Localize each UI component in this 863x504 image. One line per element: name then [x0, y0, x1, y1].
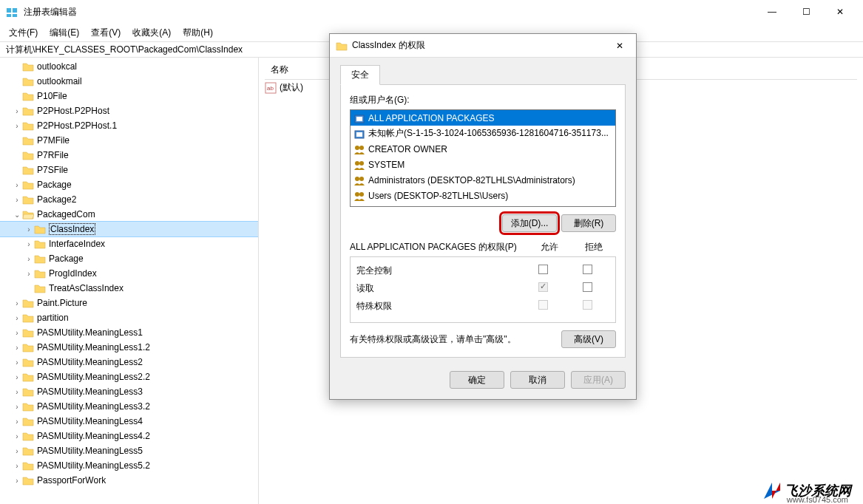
- user-row[interactable]: ALL APPLICATION PACKAGES: [351, 110, 615, 126]
- tree-item-label: P2PHost.P2PHost.1: [37, 120, 117, 131]
- tree-item-passportforwork[interactable]: ›PassportForWork: [0, 473, 258, 488]
- tree-item-progidindex[interactable]: ›ProgIdIndex: [0, 266, 258, 281]
- expand-icon[interactable]: [12, 150, 22, 160]
- expand-icon[interactable]: ›: [12, 475, 22, 486]
- user-row[interactable]: SYSTEM: [351, 157, 615, 172]
- user-row[interactable]: Users (DESKTOP-82TLHLS\Users): [351, 188, 615, 203]
- expand-icon[interactable]: ›: [12, 372, 22, 382]
- expand-icon[interactable]: ›: [12, 357, 22, 367]
- tree-item-package[interactable]: ›Package: [0, 251, 258, 266]
- cancel-button[interactable]: 取消: [510, 371, 565, 389]
- dialog-close-button[interactable]: ✕: [609, 35, 630, 56]
- tree-item-pasmutility-meaningless3-2[interactable]: ›PASMUtility.MeaningLess3.2: [0, 399, 258, 414]
- tree-item-pasmutility-meaningless5[interactable]: ›PASMUtility.MeaningLess5: [0, 443, 258, 458]
- tree-item-pasmutility-meaningless2[interactable]: ›PASMUtility.MeaningLess2: [0, 355, 258, 370]
- perm-allow-checkbox: [538, 300, 548, 310]
- tree-item-label: Package2: [37, 194, 76, 205]
- expand-icon[interactable]: ›: [24, 253, 34, 264]
- user-row[interactable]: 未知帐户(S-1-15-3-1024-1065365936-1281604716…: [351, 126, 615, 141]
- expand-icon[interactable]: ›: [12, 327, 22, 338]
- tree-item-label: P7RFile: [37, 150, 69, 160]
- expand-icon[interactable]: ›: [12, 180, 22, 190]
- expand-icon[interactable]: [12, 165, 22, 175]
- tree-item-label: PASMUtility.MeaningLess5: [37, 446, 143, 456]
- tree-item-pasmutility-meaningless5-2[interactable]: ›PASMUtility.MeaningLess5.2: [0, 458, 258, 473]
- perm-allow-checkbox[interactable]: [538, 265, 548, 274]
- expand-icon[interactable]: ›: [12, 416, 22, 426]
- tree-item-pasmutility-meaningless4[interactable]: ›PASMUtility.MeaningLess4: [0, 414, 258, 429]
- expand-icon[interactable]: ›: [12, 431, 22, 441]
- menu-file[interactable]: 文件(F): [3, 25, 44, 41]
- tree-item-p2phost-p2phost-1[interactable]: ›P2PHost.P2PHost.1: [0, 118, 258, 133]
- folder-icon: [336, 41, 348, 51]
- expand-icon[interactable]: ›: [12, 460, 22, 471]
- col-name[interactable]: 名称: [265, 61, 294, 79]
- dialog-title-bar[interactable]: ClassIndex 的权限 ✕: [330, 34, 636, 58]
- tree-item-pasmutility-meaningless4-2[interactable]: ›PASMUtility.MeaningLess4.2: [0, 429, 258, 443]
- menu-view[interactable]: 查看(V): [85, 25, 126, 41]
- tree-item-package2[interactable]: ›Package2: [0, 192, 258, 207]
- ok-button[interactable]: 确定: [450, 371, 504, 389]
- expand-icon[interactable]: ›: [12, 401, 22, 412]
- expand-icon[interactable]: ›: [24, 224, 34, 234]
- tree-item-outlookmail[interactable]: outlookmail: [0, 74, 258, 89]
- users-listbox[interactable]: ALL APPLICATION PACKAGES未知帐户(S-1-15-3-10…: [350, 109, 616, 207]
- tree-item-packagedcom[interactable]: ⌄PackagedCom: [0, 207, 258, 222]
- tree-item-label: TreatAsClassIndex: [49, 283, 123, 293]
- expand-icon[interactable]: [12, 135, 22, 146]
- tree-item-pasmutility-meaningless1-2[interactable]: ›PASMUtility.MeaningLess1.2: [0, 340, 258, 355]
- tree-item-pasmutility-meaningless3[interactable]: ›PASMUtility.MeaningLess3: [0, 384, 258, 399]
- expand-icon[interactable]: [12, 76, 22, 86]
- menu-edit[interactable]: 编辑(E): [44, 25, 85, 41]
- tab-security[interactable]: 安全: [340, 65, 380, 85]
- advanced-button[interactable]: 高级(V): [561, 330, 616, 348]
- menu-favorites[interactable]: 收藏夹(A): [126, 25, 177, 41]
- remove-button[interactable]: 删除(R): [561, 214, 616, 232]
- tree-item-pasmutility-meaningless2-2[interactable]: ›PASMUtility.MeaningLess2.2: [0, 370, 258, 384]
- expand-icon[interactable]: ›: [12, 386, 22, 397]
- expand-icon[interactable]: [12, 61, 22, 72]
- user-row[interactable]: Administrators (DESKTOP-82TLHLS\Administ…: [351, 172, 615, 188]
- tree-item-package[interactable]: ›Package: [0, 177, 258, 192]
- tree-item-interfaceindex[interactable]: ›InterfaceIndex: [0, 236, 258, 251]
- expand-icon[interactable]: ›: [12, 194, 22, 205]
- tree-item-p7rfile[interactable]: P7RFile: [0, 148, 258, 163]
- folder-icon: [22, 401, 34, 412]
- tree-pane[interactable]: outlookcaloutlookmailP10File›P2PHost.P2P…: [0, 58, 259, 504]
- expand-icon[interactable]: ⌄: [12, 209, 22, 219]
- perm-deny-checkbox[interactable]: [583, 282, 592, 292]
- perm-deny-checkbox[interactable]: [583, 265, 592, 274]
- menu-help[interactable]: 帮助(H): [177, 25, 219, 41]
- minimize-button[interactable]: —: [755, 0, 789, 24]
- tree-item-p7mfile[interactable]: P7MFile: [0, 133, 258, 148]
- tree-item-treatasclassindex[interactable]: TreatAsClassIndex: [0, 281, 258, 296]
- tree-item-partition[interactable]: ›partition: [0, 310, 258, 325]
- expand-icon[interactable]: ›: [12, 342, 22, 353]
- app-icon: [6, 6, 18, 18]
- tree-item-p2phost-p2phost[interactable]: ›P2PHost.P2PHost: [0, 103, 258, 118]
- close-button[interactable]: ✕: [823, 0, 857, 24]
- apply-button[interactable]: 应用(A): [571, 371, 626, 389]
- col-allow: 允许: [527, 241, 572, 253]
- tree-item-p7sfile[interactable]: P7SFile: [0, 163, 258, 177]
- expand-icon[interactable]: ›: [24, 268, 34, 279]
- expand-icon[interactable]: ›: [12, 446, 22, 456]
- maximize-button[interactable]: ☐: [789, 0, 823, 24]
- tree-item-pasmutility-meaningless1[interactable]: ›PASMUtility.MeaningLess1: [0, 325, 258, 340]
- tree-item-classindex[interactable]: ›ClassIndex: [0, 222, 258, 236]
- expand-icon[interactable]: [24, 283, 34, 293]
- expand-icon[interactable]: ›: [12, 298, 22, 308]
- expand-icon[interactable]: ›: [12, 313, 22, 323]
- expand-icon[interactable]: ›: [12, 120, 22, 131]
- expand-icon[interactable]: [12, 91, 22, 101]
- tree-item-label: PassportForWork: [37, 475, 106, 486]
- expand-icon[interactable]: ›: [24, 239, 34, 249]
- tree-item-paint-picture[interactable]: ›Paint.Picture: [0, 296, 258, 310]
- tree-item-p10file[interactable]: P10File: [0, 89, 258, 103]
- folder-icon: [22, 313, 34, 323]
- watermark-logo-icon: [764, 483, 780, 499]
- tree-item-outlookcal[interactable]: outlookcal: [0, 59, 258, 74]
- add-button[interactable]: 添加(D)...: [502, 214, 557, 232]
- user-row[interactable]: CREATOR OWNER: [351, 141, 615, 157]
- expand-icon[interactable]: ›: [12, 106, 22, 116]
